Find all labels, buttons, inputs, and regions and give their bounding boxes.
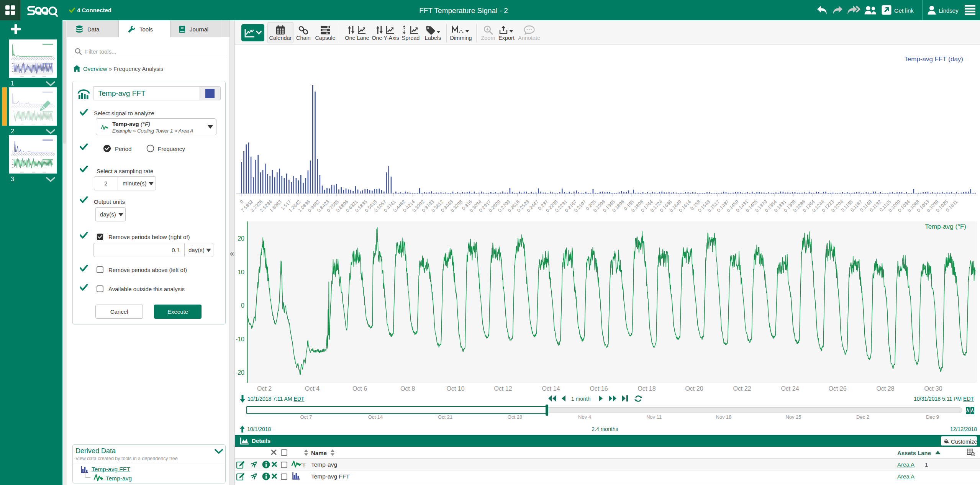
svg-text:Oct 26: Oct 26 [828, 385, 846, 392]
svg-text:Oct 14: Oct 14 [542, 385, 560, 392]
svg-text:Oct 6: Oct 6 [352, 385, 367, 392]
svg-text:Oct 22: Oct 22 [733, 385, 751, 392]
svg-text:Oct 20: Oct 20 [685, 385, 703, 392]
svg-text:0: 0 [239, 199, 245, 205]
svg-text:Oct 10: Oct 10 [446, 385, 464, 392]
svg-text:Oct 18: Oct 18 [637, 385, 656, 392]
svg-text:-20: -20 [236, 369, 244, 376]
svg-text:Oct 2: Oct 2 [257, 385, 272, 392]
svg-text:Oct 12: Oct 12 [494, 385, 512, 392]
svg-text:10: 10 [238, 269, 244, 275]
svg-text:Oct 4: Oct 4 [305, 385, 320, 392]
svg-text:-10: -10 [236, 336, 244, 342]
svg-text:Oct 8: Oct 8 [400, 385, 415, 392]
svg-text:Temp‑avg (°F): Temp‑avg (°F) [925, 223, 966, 230]
svg-text:Oct 16: Oct 16 [590, 385, 608, 392]
svg-text:0: 0 [241, 302, 244, 309]
svg-text:Temp‑avg FFT (day): Temp‑avg FFT (day) [904, 56, 963, 63]
svg-text:20: 20 [238, 235, 244, 242]
svg-text:Oct 28: Oct 28 [876, 385, 894, 392]
svg-text:Oct 30: Oct 30 [924, 385, 942, 392]
svg-text:Oct 24: Oct 24 [781, 385, 799, 392]
